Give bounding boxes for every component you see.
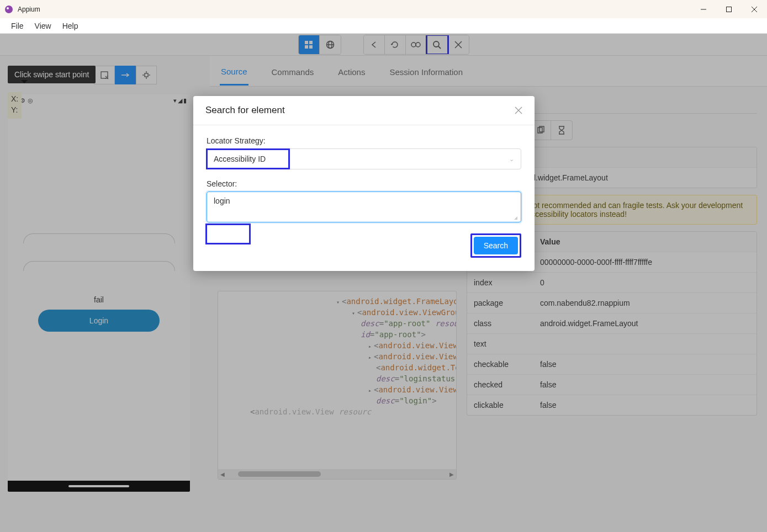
svg-point-1 [7,7,9,9]
selector-input-value: login [214,196,230,205]
titlebar: Appium [0,0,767,18]
menu-file[interactable]: File [6,19,29,33]
search-element-modal: Search for element Locator Strategy: Acc… [193,96,535,271]
resize-handle-icon[interactable] [512,214,517,220]
selector-label: Selector: [207,179,521,188]
svg-rect-3 [727,7,732,12]
menu-view[interactable]: View [29,19,57,33]
search-button[interactable]: Search [474,237,518,254]
appium-logo-icon [4,5,13,14]
close-button[interactable] [742,0,767,18]
maximize-button[interactable] [716,0,742,18]
menubar: File View Help [0,18,767,34]
window-title: Appium [18,6,40,13]
locator-strategy-label: Locator Strategy: [207,136,521,145]
locator-strategy-value: Accessibility ID [214,155,266,163]
modal-close-button[interactable] [515,107,522,114]
modal-title: Search for element [205,105,285,116]
chevron-down-icon: ⌄ [509,156,514,163]
minimize-button[interactable] [691,0,716,18]
svg-point-0 [5,6,13,13]
locator-strategy-select[interactable]: Accessibility ID ⌄ [207,148,521,169]
selector-input[interactable]: login [207,191,521,222]
menu-help[interactable]: Help [57,19,84,33]
highlight-box: Search [470,233,521,258]
